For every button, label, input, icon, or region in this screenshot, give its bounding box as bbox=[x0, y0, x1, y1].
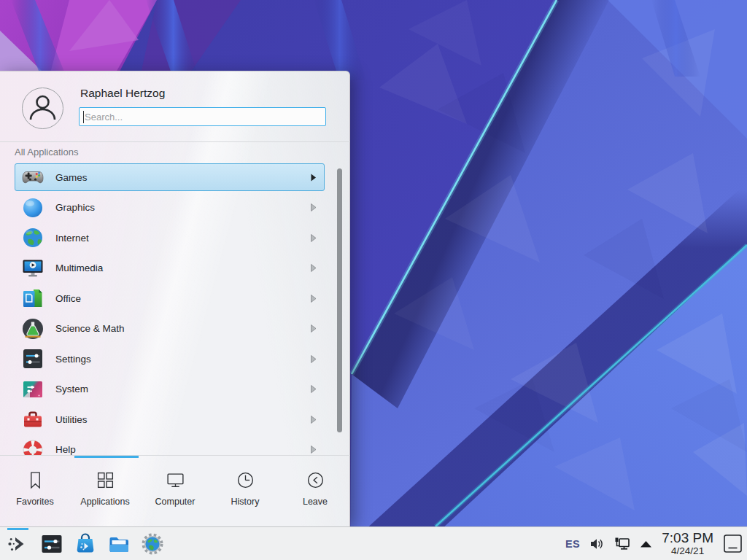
bookmark-icon bbox=[26, 470, 45, 490]
chevron-right-icon bbox=[311, 234, 317, 242]
app-category-label: Help bbox=[55, 444, 76, 455]
app-category-label: Graphics bbox=[55, 202, 95, 213]
search-box[interactable] bbox=[79, 107, 326, 126]
keyboard-layout-indicator[interactable]: ES bbox=[565, 538, 580, 550]
sphere-icon bbox=[21, 196, 44, 219]
tab-applications[interactable]: Applications bbox=[70, 470, 140, 507]
user-avatar[interactable] bbox=[22, 88, 63, 129]
app-category-label: Internet bbox=[55, 233, 89, 244]
search-input[interactable] bbox=[80, 108, 325, 125]
web-browser-icon bbox=[141, 532, 164, 556]
digital-clock[interactable]: 7:03 PM 4/24/21 bbox=[662, 531, 713, 556]
clock-time: 7:03 PM bbox=[662, 531, 713, 545]
app-category-graphics[interactable]: Graphics bbox=[15, 194, 325, 222]
web-browser-taskbar-button[interactable] bbox=[140, 529, 164, 559]
chevron-right-icon bbox=[311, 385, 317, 393]
header-divider bbox=[0, 141, 350, 142]
app-category-games[interactable]: Games bbox=[15, 163, 325, 191]
documents-icon bbox=[21, 287, 44, 310]
text-caret bbox=[83, 111, 84, 123]
user-name: Raphael Hertzog bbox=[80, 87, 165, 100]
system-settings-icon bbox=[40, 532, 63, 556]
app-category-office[interactable]: Office bbox=[15, 284, 325, 312]
app-category-label: System bbox=[55, 384, 88, 394]
lifebuoy-icon bbox=[21, 438, 44, 456]
chevron-right-icon bbox=[311, 416, 317, 424]
chevron-right-icon bbox=[311, 174, 317, 182]
clock-date: 4/24/21 bbox=[662, 546, 713, 556]
app-category-science-math[interactable]: Science & Math bbox=[15, 315, 325, 343]
application-launcher-menu: Raphael Hertzog All Applications bbox=[0, 71, 350, 526]
flask-icon bbox=[21, 317, 44, 341]
launcher-tab-bar: Favorites Applications bbox=[0, 455, 350, 527]
active-tab-indicator bbox=[74, 456, 139, 458]
chevron-right-icon bbox=[311, 446, 317, 454]
app-category-label: Settings bbox=[55, 354, 91, 365]
file-manager-icon bbox=[107, 532, 131, 556]
app-category-label: Office bbox=[55, 293, 81, 304]
monitor-play-icon bbox=[21, 257, 44, 280]
sliders-icon bbox=[21, 347, 44, 370]
system-tray: ES bbox=[565, 535, 652, 553]
leave-icon bbox=[306, 470, 325, 490]
app-launcher-button[interactable] bbox=[6, 529, 30, 559]
app-category-utilities[interactable]: Utilities bbox=[15, 405, 325, 433]
section-label: All Applications bbox=[15, 147, 78, 158]
clock-icon bbox=[236, 470, 255, 490]
app-category-list: Games Graphics bbox=[0, 163, 350, 455]
app-category-multimedia[interactable]: Multimedia bbox=[15, 254, 325, 282]
globe-icon bbox=[21, 226, 44, 249]
app-category-label: Games bbox=[55, 172, 88, 183]
chevron-right-icon bbox=[311, 355, 317, 363]
show-desktop-icon bbox=[723, 534, 743, 553]
chevron-right-icon bbox=[311, 203, 317, 211]
tab-label: History bbox=[231, 497, 260, 507]
wired-network-icon[interactable] bbox=[614, 535, 631, 553]
scrollbar-thumb[interactable] bbox=[337, 168, 342, 432]
discover-icon bbox=[74, 532, 97, 556]
app-category-system[interactable]: System bbox=[15, 376, 325, 403]
tab-computer[interactable]: Computer bbox=[140, 470, 210, 507]
taskbar-panel: ES 7:03 PM 4/24/21 bbox=[0, 526, 747, 560]
app-category-label: Utilities bbox=[55, 414, 88, 425]
system-sliders-icon bbox=[21, 378, 44, 401]
tab-label: Applications bbox=[80, 497, 129, 507]
tab-label: Computer bbox=[155, 497, 196, 507]
app-category-help[interactable]: Help bbox=[15, 436, 325, 456]
app-category-settings[interactable]: Settings bbox=[15, 345, 325, 373]
tab-leave[interactable]: Leave bbox=[280, 470, 350, 507]
chevron-right-icon bbox=[311, 264, 317, 272]
chevron-right-icon bbox=[311, 324, 317, 332]
expand-tray-arrow-icon[interactable] bbox=[640, 540, 652, 548]
chevron-right-icon bbox=[311, 295, 317, 303]
tab-label: Favorites bbox=[16, 497, 53, 507]
show-desktop-button[interactable] bbox=[723, 534, 743, 553]
tab-favorites[interactable]: Favorites bbox=[0, 470, 70, 507]
app-launcher-icon bbox=[7, 532, 30, 556]
computer-icon bbox=[166, 470, 185, 490]
app-category-label: Science & Math bbox=[55, 323, 125, 334]
tab-history[interactable]: History bbox=[210, 470, 280, 507]
active-task-indicator bbox=[7, 528, 28, 530]
app-category-internet[interactable]: Internet bbox=[15, 224, 325, 252]
tab-label: Leave bbox=[303, 497, 328, 507]
discover-taskbar-button[interactable] bbox=[73, 529, 97, 559]
toolbox-icon bbox=[21, 408, 44, 431]
grid-icon bbox=[96, 470, 115, 490]
file-manager-taskbar-button[interactable] bbox=[107, 529, 131, 559]
system-settings-taskbar-button[interactable] bbox=[39, 529, 63, 559]
gamepad-icon bbox=[21, 166, 44, 189]
volume-icon[interactable] bbox=[589, 536, 605, 552]
app-category-label: Multimedia bbox=[55, 262, 103, 273]
